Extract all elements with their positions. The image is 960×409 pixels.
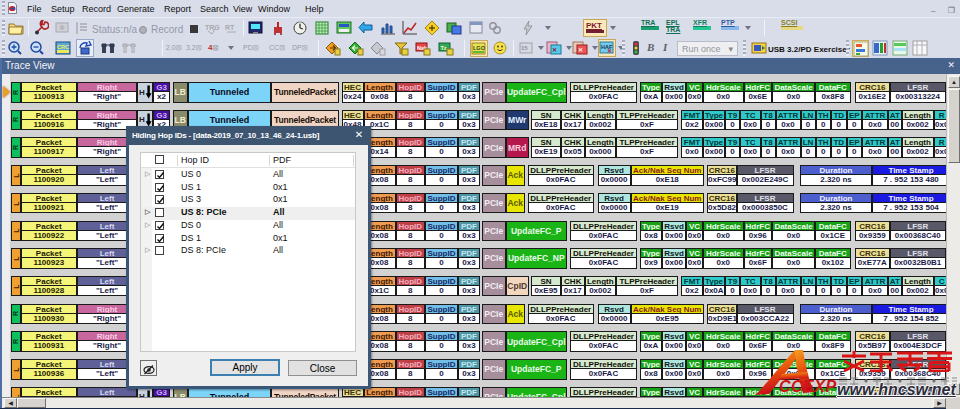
svg-text:✕: ✕ bbox=[552, 47, 557, 53]
svg-text:RT: RT bbox=[225, 24, 235, 31]
svg-text:Tz: Tz bbox=[440, 45, 446, 51]
svg-text:✕: ✕ bbox=[607, 48, 612, 54]
svg-text:15: 15 bbox=[521, 45, 528, 51]
svg-text:CRC: CRC bbox=[57, 44, 69, 50]
svg-text:LGO: LGO bbox=[473, 45, 486, 51]
svg-text:TRG: TRG bbox=[205, 24, 220, 31]
svg-text:✕: ✕ bbox=[578, 47, 583, 53]
